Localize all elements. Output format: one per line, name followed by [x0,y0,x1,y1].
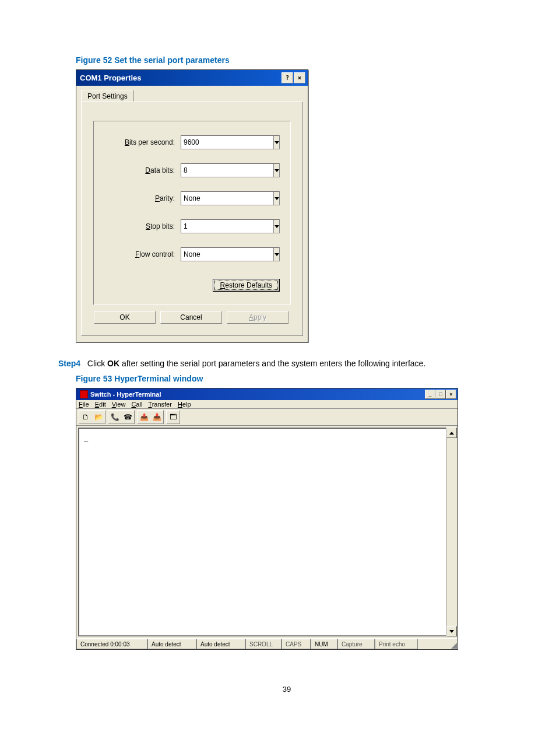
apply-button: Apply [227,311,288,324]
parity-combo[interactable] [181,191,280,205]
bits-per-second-label: Bits per second: [125,138,175,146]
hangup-icon[interactable]: ☎ [121,411,134,424]
step4-text-before: Click [87,359,107,368]
com1-properties-dialog: COM1 Properties ? × Port Settings Bits p… [76,69,308,342]
step4-ok-bold: OK [107,359,119,368]
step4-paragraph: Step4 Click OK after setting the serial … [58,359,498,368]
status-scroll: SCROLL [245,639,281,649]
ht-titlebar: Switch - HyperTerminal _ □ × [76,388,458,400]
stop-bits-label: Stop bits: [146,222,175,230]
hyperterminal-window: Switch - HyperTerminal _ □ × File Edit V… [76,388,458,650]
data-bits-label: Data bits: [145,166,175,174]
parity-label: Parity: [155,194,175,202]
menu-edit[interactable]: Edit [95,401,106,408]
port-settings-panel: Bits per second: Data bits: [81,102,303,336]
dropdown-icon[interactable] [273,220,279,233]
stop-bits-input[interactable] [181,220,273,233]
ht-statusbar: Connected 0:00:03 Auto detect Auto detec… [76,638,458,649]
bits-per-second-combo[interactable] [181,135,280,149]
ht-toolbar: 🗋 📂 📞 ☎ 📤 📥 🗔 [76,409,458,426]
receive-icon[interactable]: 📥 [150,411,163,424]
menu-transfer[interactable]: Transfer [148,401,172,408]
data-bits-input[interactable] [181,164,273,177]
terminal-output[interactable]: _ [78,428,456,636]
dropdown-icon[interactable] [273,248,279,261]
ht-title: Switch - HyperTerminal [90,391,161,398]
status-autodetect-1: Auto detect [147,639,196,649]
cancel-button[interactable]: Cancel [160,311,222,324]
step4-text-after: after setting the serial port parameters… [119,359,425,368]
dialog-titlebar: COM1 Properties ? × [76,70,308,86]
new-icon[interactable]: 🗋 [79,411,92,424]
restore-defaults-button[interactable]: Restore Defaults [213,279,280,292]
status-autodetect-2: Auto detect [196,639,245,649]
properties-icon[interactable]: 🗔 [167,411,180,424]
status-capture: Capture [337,639,375,649]
menu-file[interactable]: File [79,401,89,408]
dropdown-icon[interactable] [273,192,279,205]
resize-grip-icon[interactable] [448,639,458,649]
menu-call[interactable]: Call [131,401,142,408]
menu-help[interactable]: Help [178,401,191,408]
call-icon[interactable]: 📞 [108,411,121,424]
ht-client-area: _ [76,426,458,638]
page-number: 39 [76,685,498,694]
help-button[interactable]: ? [281,72,293,83]
menu-view[interactable]: View [112,401,126,408]
status-num: NUM [311,639,337,649]
dropdown-icon[interactable] [273,164,279,177]
app-icon [80,390,88,398]
figure-52-caption: Figure 52 Set the serial port parameters [76,55,498,65]
ht-close-button[interactable]: × [446,390,456,399]
status-caps: CAPS [281,639,311,649]
vertical-scrollbar[interactable] [446,428,456,636]
parity-input[interactable] [181,192,273,205]
tab-port-settings[interactable]: Port Settings [81,90,134,102]
send-icon[interactable]: 📤 [138,411,150,424]
ok-button[interactable]: OK [94,311,156,324]
maximize-button[interactable]: □ [435,390,446,399]
flow-control-combo[interactable] [181,247,280,261]
terminal-cursor: _ [84,433,88,442]
stop-bits-combo[interactable] [181,219,280,233]
dialog-title: COM1 Properties [80,74,141,82]
figure-53-caption: Figure 53 HyperTerminal window [76,374,498,383]
status-printecho: Print echo [375,639,418,649]
scroll-up-icon[interactable] [446,428,457,438]
open-icon[interactable]: 📂 [92,411,105,424]
scroll-down-icon[interactable] [446,626,457,636]
close-button[interactable]: × [294,72,305,83]
minimize-button[interactable]: _ [425,390,435,399]
dropdown-icon[interactable] [273,136,279,149]
flow-control-input[interactable] [181,248,273,261]
data-bits-combo[interactable] [181,163,280,177]
step4-label: Step4 [58,359,80,368]
settings-group: Bits per second: Data bits: [93,121,291,305]
bits-per-second-input[interactable] [181,136,273,149]
ht-menubar: File Edit View Call Transfer Help [76,400,458,409]
flow-control-label: Flow control: [135,250,175,258]
status-connected: Connected 0:00:03 [76,639,147,649]
